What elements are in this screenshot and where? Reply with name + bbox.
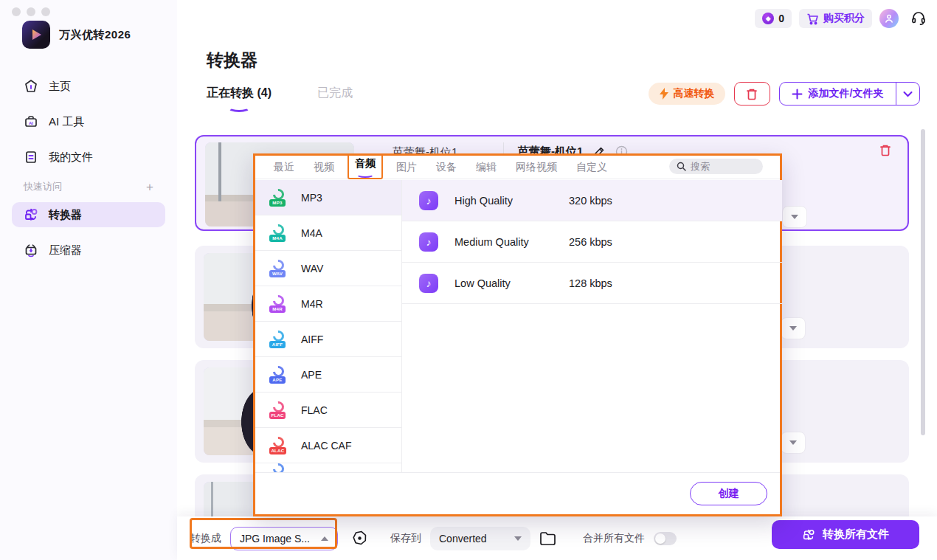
format-item-alac-caf[interactable]: ALAC ALAC CAF <box>255 428 401 463</box>
sidebar-item-my-files[interactable]: 我的文件 <box>12 145 165 170</box>
create-button[interactable]: 创建 <box>690 482 767 505</box>
format-item-partial[interactable] <box>255 463 401 472</box>
active-tab-underline <box>356 171 374 178</box>
tab-editing[interactable]: 编辑 <box>476 161 497 174</box>
format-item-ape[interactable]: APE APE <box>255 357 401 393</box>
file-delete-button[interactable] <box>879 144 891 159</box>
avatar[interactable] <box>879 9 899 28</box>
format-expand-button[interactable] <box>781 317 806 339</box>
delete-all-button[interactable] <box>734 82 770 106</box>
tab-web-video[interactable]: 网络视频 <box>516 161 557 174</box>
format-item-m4a[interactable]: M4A M4A <box>255 215 401 251</box>
convert-all-button[interactable]: 转换所有文件 <box>772 520 919 549</box>
sidebar-item-home[interactable]: 主页 <box>12 74 165 99</box>
search-input[interactable]: 搜索 <box>669 159 763 174</box>
format-label: WAV <box>301 263 323 274</box>
lightning-icon <box>659 88 669 100</box>
quality-bitrate: 256 kbps <box>569 236 612 248</box>
fast-convert-button[interactable]: 高速转换 <box>649 83 725 105</box>
tab-completed[interactable]: 已完成 <box>317 86 353 112</box>
gear-icon <box>351 530 368 547</box>
search-icon <box>677 162 686 171</box>
chevron-down-icon <box>789 440 797 445</box>
page-title: 转换器 <box>207 49 257 72</box>
format-settings-button[interactable] <box>351 530 368 547</box>
svg-text:AI: AI <box>29 121 33 125</box>
sidebar-item-compressor[interactable]: 压缩器 <box>12 238 165 263</box>
add-files-button[interactable]: 添加文件/文件夹 <box>779 82 920 106</box>
quality-item-high[interactable]: ♪ High Quality 320 kbps <box>402 180 782 221</box>
format-label: M4A <box>301 227 322 239</box>
buy-credits-label: 购买积分 <box>823 12 865 25</box>
app-logo-icon <box>22 21 50 49</box>
format-item-flac[interactable]: FLAC FLAC <box>255 393 401 428</box>
tab-converting[interactable]: 正在转换 (4) <box>207 86 272 112</box>
support-button[interactable] <box>910 10 927 27</box>
format-label: ALAC CAF <box>301 440 351 452</box>
format-expand-button[interactable] <box>781 432 806 454</box>
popup-footer: 创建 <box>255 472 780 514</box>
format-category-tabs: 最近 视频 音频 图片 设备 编辑 网络视频 自定义 搜索 <box>255 156 780 179</box>
m4r-format-icon: M4R <box>269 295 289 313</box>
merge-setting: 合并所有文件 <box>583 516 677 560</box>
window-minimize-icon[interactable] <box>27 7 35 16</box>
format-item-m4r[interactable]: M4R M4R <box>255 286 401 322</box>
format-picker-popup: 最近 视频 音频 图片 设备 编辑 网络视频 自定义 搜索 MP3 MP3 M4… <box>253 153 782 516</box>
merge-toggle[interactable] <box>654 532 677 545</box>
quality-label: Low Quality <box>454 277 569 289</box>
sidebar-item-converter[interactable]: 转换器 <box>12 202 165 227</box>
sidebar-item-ai-tools[interactable]: AI AI 工具 <box>12 109 165 134</box>
wav-format-icon: WAV <box>269 260 289 277</box>
quality-label: High Quality <box>454 195 569 207</box>
output-format-value: JPG Image S... <box>240 533 310 545</box>
add-files-main[interactable]: 添加文件/文件夹 <box>780 87 896 100</box>
window-controls[interactable] <box>12 7 50 16</box>
scrollbar[interactable] <box>921 129 925 435</box>
window-close-icon[interactable] <box>12 7 21 16</box>
format-expand-button[interactable] <box>782 206 807 228</box>
quick-access-label: 快速访问 <box>24 180 62 193</box>
tab-completed-label: 已完成 <box>317 86 353 99</box>
format-item-wav[interactable]: WAV WAV <box>255 251 401 286</box>
sidebar-item-label: AI 工具 <box>49 115 84 129</box>
save-folder-select[interactable]: Converted <box>430 527 530 550</box>
chevron-down-icon <box>903 91 913 97</box>
sidebar-item-label: 我的文件 <box>49 151 93 165</box>
quick-access-section: 快速访问 + <box>12 180 165 193</box>
bottom-bar: 转换成 JPG Image S... 保存到 Converted 合并所有文件 … <box>177 516 937 560</box>
format-item-aiff[interactable]: AIFF AIFF <box>255 322 401 357</box>
aiff-format-icon: AIFF <box>269 331 289 348</box>
ape-format-icon: APE <box>269 366 289 384</box>
tab-audio[interactable]: 音频 <box>348 153 383 179</box>
tab-video[interactable]: 视频 <box>314 161 334 174</box>
quality-bitrate: 320 kbps <box>569 195 612 207</box>
add-files-label: 添加文件/文件夹 <box>809 87 884 100</box>
quality-item-medium[interactable]: ♪ Medium Quality 256 kbps <box>402 221 782 263</box>
buy-credits-button[interactable]: 购买积分 <box>799 9 872 28</box>
open-folder-button[interactable] <box>539 531 556 546</box>
sidebar-item-label: 主页 <box>49 80 71 94</box>
sidebar-item-label: 压缩器 <box>49 243 82 257</box>
fast-convert-label: 高速转换 <box>674 87 715 100</box>
credits-badge[interactable]: ◆ 0 <box>755 9 792 28</box>
window-zoom-icon[interactable] <box>41 7 50 16</box>
format-item-mp3[interactable]: MP3 MP3 <box>255 180 401 215</box>
tab-custom[interactable]: 自定义 <box>576 161 607 174</box>
music-note-icon: ♪ <box>419 232 438 252</box>
add-files-dropdown-toggle[interactable] <box>896 91 919 97</box>
quality-item-low[interactable]: ♪ Low Quality 128 kbps <box>402 263 782 304</box>
trash-icon <box>879 144 891 156</box>
flac-format-icon: FLAC <box>269 401 289 419</box>
output-settings: 转换成 JPG Image S... 保存到 Converted <box>190 516 556 560</box>
tab-recent[interactable]: 最近 <box>274 161 294 174</box>
output-format-select[interactable]: JPG Image S... <box>230 527 338 550</box>
save-folder-value: Converted <box>439 533 487 545</box>
tab-image[interactable]: 图片 <box>396 161 417 174</box>
credits-count: 0 <box>778 13 784 24</box>
tab-converting-label: 正在转换 (4) <box>207 86 272 99</box>
tab-device[interactable]: 设备 <box>436 161 457 174</box>
quick-access-add-icon[interactable]: + <box>146 181 153 193</box>
app-brand: 万兴优转2026 <box>22 21 131 49</box>
headset-icon <box>910 10 927 27</box>
format-label: MP3 <box>301 192 322 204</box>
